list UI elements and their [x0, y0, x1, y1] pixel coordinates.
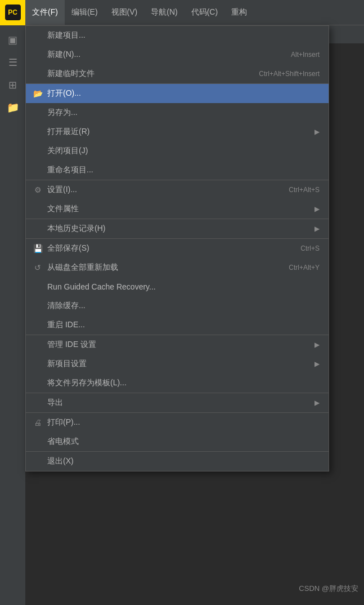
menu-item-save-as-template[interactable]: 将文件另存为模板(L)... [26, 373, 329, 393]
menu-item-save-as[interactable]: 另存为... [26, 103, 329, 122]
menu-section-save: 💾 全部保存(S) Ctrl+S ↺ 从磁盘全部重新加载 Ctrl+Alt+Y … [26, 239, 329, 335]
menubar: PC 文件(F) 编辑(E) 视图(V) 导航(N) 代码(C) 重构 [0, 0, 364, 25]
manage-ide-settings-arrow: ▶ [314, 341, 320, 349]
settings-shortcut: Ctrl+Alt+S [289, 186, 320, 194]
menu-navigate[interactable]: 导航(N) [144, 0, 184, 25]
menu-item-close-project[interactable]: 关闭项目(J) [26, 141, 329, 161]
menu-refactor[interactable]: 重构 [224, 0, 254, 25]
folder-open-icon: 📂 [33, 88, 43, 99]
menu-item-print[interactable]: 🖨 打印(P)... [26, 413, 329, 432]
file-props-arrow: ▶ [314, 205, 320, 213]
project-icon[interactable]: ▣ [3, 30, 23, 50]
menu-item-new-project-settings[interactable]: 新项目设置 ▶ [26, 354, 329, 373]
new-project-settings-arrow: ▶ [314, 360, 320, 368]
menu-item-rename-project[interactable]: 重命名项目... [26, 161, 329, 180]
menu-file[interactable]: 文件(F) [25, 0, 65, 25]
menu-item-manage-ide-settings[interactable]: 管理 IDE 设置 ▶ [26, 335, 329, 354]
menu-section-history: 本地历史记录(H) ▶ [26, 219, 329, 239]
menu-item-cache-recovery[interactable]: Run Guided Cache Recovery... [26, 277, 329, 296]
print-icon: 🖨 [33, 417, 43, 428]
menu-section-print: 🖨 打印(P)... 省电模式 [26, 413, 329, 452]
menu-edit[interactable]: 编辑(E) [65, 0, 105, 25]
app-logo: PC [0, 0, 25, 25]
export-arrow: ▶ [314, 399, 320, 407]
menu-code[interactable]: 代码(C) [185, 0, 224, 25]
menu-item-clear-cache[interactable]: 清除缓存... [26, 296, 329, 315]
menu-section-open: 📂 打开(O)... 另存为... 打开最近(R) ▶ 关闭项目(J) 重命名项… [26, 84, 329, 180]
structure-icon[interactable]: ☰ [3, 52, 23, 73]
new-shortcut: Alt+Insert [291, 51, 320, 59]
folder-icon[interactable]: 📁 [3, 97, 23, 118]
file-menu: 新建项目... 新建(N)... Alt+Insert 新建临时文件 Ctrl+… [25, 25, 329, 471]
menu-view[interactable]: 视图(V) [105, 0, 145, 25]
menu-item-new[interactable]: 新建(N)... Alt+Insert [26, 45, 329, 64]
menu-item-restart-ide[interactable]: 重启 IDE... [26, 315, 329, 335]
menubar-items: 文件(F) 编辑(E) 视图(V) 导航(N) 代码(C) 重构 [25, 0, 254, 25]
reload-shortcut: Ctrl+Alt+Y [289, 264, 320, 272]
save-icon: 💾 [33, 243, 43, 253]
sidebar: ▣ ☰ ⊞ 📁 [0, 25, 25, 605]
gear-icon: ⚙ [33, 185, 43, 195]
reload-icon: ↺ [33, 263, 43, 273]
menu-section-exit: 退出(X) [26, 452, 329, 471]
menu-item-export[interactable]: 导出 ▶ [26, 393, 329, 412]
menu-item-settings[interactable]: ⚙ 设置(I)... Ctrl+Alt+S [26, 180, 329, 199]
menu-item-new-scratch[interactable]: 新建临时文件 Ctrl+Alt+Shift+Insert [26, 64, 329, 83]
menu-section-export: 导出 ▶ [26, 393, 329, 413]
menu-item-new-project[interactable]: 新建项目... [26, 26, 329, 45]
menu-item-open-recent[interactable]: 打开最近(R) ▶ [26, 122, 329, 141]
new-scratch-shortcut: Ctrl+Alt+Shift+Insert [259, 70, 320, 78]
menu-item-open[interactable]: 📂 打开(O)... [26, 84, 329, 103]
logo-icon: PC [5, 5, 21, 20]
menu-item-local-history[interactable]: 本地历史记录(H) ▶ [26, 219, 329, 238]
save-all-shortcut: Ctrl+S [300, 244, 320, 252]
menu-item-reload[interactable]: ↺ 从磁盘全部重新加载 Ctrl+Alt+Y [26, 258, 329, 277]
watermark: CSDN @胖虎技安 [299, 584, 358, 594]
local-history-arrow: ▶ [314, 225, 320, 233]
menu-section-new: 新建项目... 新建(N)... Alt+Insert 新建临时文件 Ctrl+… [26, 26, 329, 84]
menu-item-power-save[interactable]: 省电模式 [26, 432, 329, 451]
open-recent-arrow: ▶ [314, 128, 320, 136]
bookmark-icon[interactable]: ⊞ [3, 75, 23, 95]
menu-section-settings: ⚙ 设置(I)... Ctrl+Alt+S 文件属性 ▶ [26, 180, 329, 219]
menu-item-file-props[interactable]: 文件属性 ▶ [26, 199, 329, 219]
menu-section-ide-settings: 管理 IDE 设置 ▶ 新项目设置 ▶ 将文件另存为模板(L)... [26, 335, 329, 393]
menu-item-exit[interactable]: 退出(X) [26, 452, 329, 471]
menu-item-save-all[interactable]: 💾 全部保存(S) Ctrl+S [26, 239, 329, 258]
